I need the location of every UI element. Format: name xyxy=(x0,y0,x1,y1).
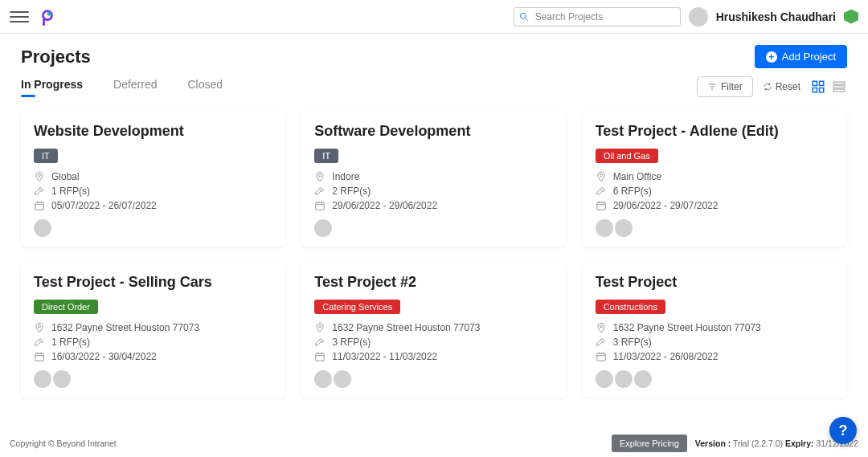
project-dates: 05/07/2022 - 26/07/2022 xyxy=(34,200,272,211)
refresh-icon xyxy=(763,82,772,92)
project-tag: Oil and Gas xyxy=(596,149,658,163)
rfp-icon xyxy=(596,186,607,197)
filter-label: Filter xyxy=(721,81,743,92)
project-card[interactable]: Test ProjectConstructions1632 Payne Stre… xyxy=(583,263,847,398)
project-card[interactable]: Test Project #2Catering Services1632 Pay… xyxy=(301,263,566,398)
svg-point-24 xyxy=(600,174,602,177)
project-card[interactable]: Software DevelopmentITIndore2 RFP(s)29/0… xyxy=(301,112,566,247)
project-card[interactable]: Website DevelopmentITGlobal1 RFP(s)05/07… xyxy=(21,112,285,247)
svg-rect-15 xyxy=(35,202,44,210)
list-view-button[interactable] xyxy=(831,79,847,95)
svg-rect-30 xyxy=(35,353,44,361)
project-tag: IT xyxy=(34,149,58,163)
footer-copyright: Copyright © Beyond Intranet xyxy=(10,439,117,448)
svg-rect-10 xyxy=(820,88,824,92)
location-icon xyxy=(596,322,607,333)
calendar-icon xyxy=(314,351,326,362)
project-rfps: 1 RFP(s) xyxy=(34,337,272,348)
svg-point-2 xyxy=(520,13,526,18)
member-avatar xyxy=(596,219,613,237)
member-avatar xyxy=(34,219,51,237)
user-avatar[interactable] xyxy=(689,7,708,27)
project-dates: 16/03/2022 - 30/04/2022 xyxy=(34,351,272,362)
rfp-icon xyxy=(596,337,607,348)
calendar-icon xyxy=(34,200,45,211)
svg-rect-9 xyxy=(813,88,817,92)
svg-rect-7 xyxy=(813,81,817,85)
project-dates: 29/06/2022 - 29/07/2022 xyxy=(596,200,834,211)
tab-in-progress[interactable]: In Progress xyxy=(21,78,83,96)
search-input[interactable] xyxy=(514,7,681,27)
svg-point-39 xyxy=(600,325,602,328)
member-avatar xyxy=(314,219,332,237)
svg-rect-11 xyxy=(833,82,845,84)
project-rfps: 3 RFP(s) xyxy=(596,337,834,348)
calendar-icon xyxy=(596,351,607,362)
reset-button[interactable]: Reset xyxy=(763,81,800,92)
member-avatar xyxy=(53,370,71,388)
svg-point-14 xyxy=(39,174,41,177)
app-logo[interactable] xyxy=(39,8,56,26)
project-location: 1632 Payne Street Houston 77073 xyxy=(34,322,272,333)
project-members xyxy=(34,370,272,388)
member-avatar xyxy=(34,370,51,388)
project-tag: Constructions xyxy=(596,300,665,314)
grid-view-button[interactable] xyxy=(810,79,826,95)
tab-closed[interactable]: Closed xyxy=(188,78,223,96)
search-icon xyxy=(518,11,530,22)
explore-pricing-button[interactable]: Explore Pricing xyxy=(612,435,687,452)
project-dates: 11/03/2022 - 11/03/2022 xyxy=(314,351,553,362)
member-avatar xyxy=(615,370,633,388)
project-members xyxy=(314,219,553,237)
user-name: Hrushikesh Chaudhari xyxy=(716,10,836,23)
location-icon xyxy=(34,322,45,333)
svg-point-34 xyxy=(319,325,321,328)
svg-point-1 xyxy=(47,12,51,16)
svg-rect-13 xyxy=(833,89,845,92)
svg-rect-35 xyxy=(316,353,325,361)
svg-point-29 xyxy=(39,325,41,328)
svg-line-3 xyxy=(525,18,527,20)
filter-icon xyxy=(707,82,717,92)
rfp-icon xyxy=(314,337,326,348)
project-rfps: 6 RFP(s) xyxy=(596,186,834,197)
help-button[interactable]: ? xyxy=(829,417,857,444)
calendar-icon xyxy=(34,351,45,362)
add-project-button[interactable]: + Add Project xyxy=(755,45,847,68)
project-tag: Catering Services xyxy=(314,300,400,314)
location-icon xyxy=(314,322,326,333)
hamburger-menu[interactable] xyxy=(10,7,29,27)
project-location: 1632 Payne Street Houston 77073 xyxy=(596,322,834,333)
svg-rect-12 xyxy=(833,86,845,88)
rfp-icon xyxy=(314,186,326,197)
tabs: In ProgressDeferredClosed xyxy=(21,78,223,96)
member-avatar xyxy=(615,219,633,237)
project-title: Website Development xyxy=(34,123,272,140)
location-icon xyxy=(314,171,326,182)
svg-rect-20 xyxy=(316,202,325,210)
project-rfps: 3 RFP(s) xyxy=(314,337,553,348)
search-box xyxy=(514,7,681,27)
filter-button[interactable]: Filter xyxy=(697,76,753,97)
project-location: Main Office xyxy=(596,171,834,182)
presence-badge xyxy=(844,10,858,24)
reset-label: Reset xyxy=(776,81,800,92)
project-dates: 11/03/2022 - 26/08/2022 xyxy=(596,351,834,362)
svg-point-19 xyxy=(319,174,321,177)
project-tag: Direct Order xyxy=(34,300,98,314)
project-tag: IT xyxy=(314,149,338,163)
project-title: Test Project xyxy=(596,274,834,291)
calendar-icon xyxy=(596,200,607,211)
project-members xyxy=(596,370,834,388)
svg-rect-8 xyxy=(820,81,824,85)
project-title: Test Project - Adlene (Edit) xyxy=(596,123,834,140)
project-rfps: 2 RFP(s) xyxy=(314,186,553,197)
project-card[interactable]: Test Project - Selling CarsDirect Order1… xyxy=(21,263,285,398)
projects-grid: Website DevelopmentITGlobal1 RFP(s)05/07… xyxy=(21,112,847,398)
project-title: Test Project #2 xyxy=(314,274,553,291)
project-dates: 29/06/2022 - 29/06/2022 xyxy=(314,200,553,211)
project-card[interactable]: Test Project - Adlene (Edit)Oil and GasM… xyxy=(583,112,847,247)
tab-deferred[interactable]: Deferred xyxy=(113,78,157,96)
member-avatar xyxy=(334,370,351,388)
location-icon xyxy=(596,171,607,182)
